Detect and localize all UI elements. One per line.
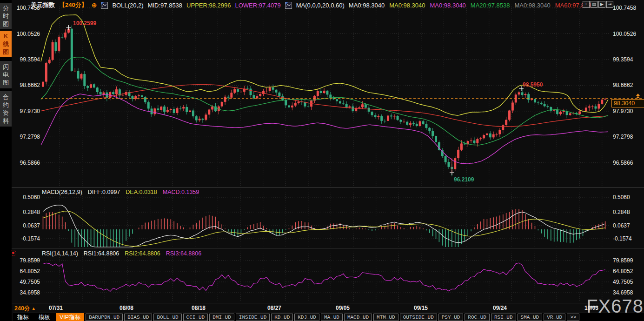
date-tick-4: 08/27: [261, 305, 287, 311]
price-axis-right-3: 99.3594: [613, 56, 633, 63]
price-axis-left-2: 100.0526: [14, 31, 40, 37]
price-axis-right-4: 98.6662: [613, 82, 633, 88]
period-selector-label: 240分: [14, 305, 30, 312]
macd-axis-right-2: 0.2848: [613, 209, 630, 215]
sidebar-tab-char: 电: [3, 71, 9, 79]
ma-settings-icon[interactable]: [285, 2, 292, 9]
rsi-axis-right-3: 49.7505: [613, 279, 633, 285]
high-annotation: 100.2599: [73, 20, 96, 27]
macd-axis-right-4: -0.1574: [613, 235, 632, 242]
rsi-header: RSI(14,14,14) RSI1:64.8806 RSI2:64.8806 …: [42, 250, 201, 257]
price-axis-left-7: 96.5866: [14, 160, 40, 166]
toolbar-button-bias-ud[interactable]: BIAS_UD: [124, 314, 152, 321]
ma-value-2: MA0:98.3040: [389, 2, 425, 9]
date-tick-2: 08/08: [113, 305, 139, 311]
toolbar-button-roc-ud[interactable]: ROC_UD: [465, 314, 490, 321]
toolbar-button-vip-[interactable]: VIP指标: [56, 313, 84, 321]
sidebar-tab-3[interactable]: 闪电图: [0, 61, 12, 88]
window-tool-icon-1[interactable]: +: [583, 1, 590, 8]
toolbar-more-button[interactable]: >>: [567, 314, 579, 321]
sidebar-tab-2[interactable]: K线图: [0, 31, 12, 57]
toolbar-button-outside-ud[interactable]: OUTSIDE_UD: [400, 314, 437, 321]
rsi-title: RSI(14,14,14): [42, 250, 78, 257]
sidebar-tab-char: 图: [3, 48, 9, 56]
macd-axis-right-1: 0.5060: [613, 194, 630, 201]
ma-value-4: MA20:97.8538: [471, 2, 510, 9]
sidebar-tab-4[interactable]: 合约资料: [0, 91, 12, 127]
sidebar-tab-char: 分: [3, 4, 9, 12]
sidebar-tab-char: 合: [3, 93, 9, 101]
ma-value-3: MA0:98.3040: [430, 2, 466, 9]
window-tool-icon-3[interactable]: ▶: [598, 1, 605, 8]
sidebar: 分时图K线图闪电图合约资料: [0, 0, 12, 321]
toolbar-button-psy-ud[interactable]: PSY_UD: [438, 314, 464, 321]
sidebar-tab-char: 线: [3, 40, 9, 48]
date-tick-3: 08/18: [186, 305, 212, 311]
price-axis-right-7: 96.5866: [613, 160, 633, 166]
indicator-header: 美元指数 【240分】 ⊕ BOLL(20,2) MID:97.8538 UPP…: [31, 0, 591, 10]
macd-axis-left-4: -0.1574: [14, 235, 40, 242]
boll-settings-icon[interactable]: [101, 2, 108, 9]
rsi-axis-right-1: 79.8599: [613, 257, 633, 264]
macd-header: MACD(26,12,9) DIFF:0.0997 DEA:0.0318 MAC…: [42, 189, 199, 195]
rsi-axis-left-1: 79.8599: [14, 257, 40, 264]
boll-upper: UPPER:98.2996: [186, 2, 231, 9]
macd-axis-left-2: 0.2848: [14, 209, 40, 215]
toolbar-button--[interactable]: 模板: [34, 314, 54, 321]
toolbar-button-ma-ud[interactable]: MA_UD: [321, 314, 343, 321]
macd-axis-right-3: 0.0637: [613, 222, 630, 229]
toolbar-button-macd-ud[interactable]: MACD_UD: [344, 314, 372, 321]
sidebar-tab-char: 资: [3, 109, 9, 117]
swing-high-annotation: 98.5950: [523, 81, 543, 88]
macd-diff-value: DIFF:0.0997: [88, 189, 120, 195]
ma-name: MA(0,0,0,20,0,60): [296, 2, 345, 9]
boll-name: BOLL(20,2): [112, 2, 143, 9]
price-axis-left-6: 97.2798: [14, 134, 40, 140]
chevron-up-icon: ▲: [32, 306, 36, 311]
macd-title: MACD(26,12,9): [42, 189, 82, 195]
sidebar-tab-char: 图: [3, 20, 9, 28]
rsi1-value: RSI1:64.8806: [84, 250, 119, 257]
window-tool-icon-4[interactable]: ⇥: [606, 1, 613, 8]
boll-mid: MID:97.8538: [148, 2, 182, 9]
price-axis-right-1: 100.7458: [613, 5, 636, 11]
indicator-toolbar: 指标模板VIP指标BARUPDN_UDBIAS_UDBOLL_UDCCI_UDD…: [13, 313, 644, 321]
toolbar-button-dmi-ud[interactable]: DMI_UD: [209, 314, 234, 321]
sidebar-tab-char: 闪: [3, 63, 9, 71]
toolbar-button-inside-ud[interactable]: INSIDE_UD: [236, 314, 270, 321]
date-tick-8: 10/03: [578, 305, 604, 311]
toolbar-button-sma-ud[interactable]: SMA_UD: [518, 314, 543, 321]
toolbar-button--[interactable]: 指标: [13, 314, 33, 321]
price-axis-right-6: 97.2798: [613, 134, 633, 140]
low-annotation: 96.2109: [454, 176, 474, 183]
rsi-axis-left-4: 34.6958: [14, 289, 40, 296]
toolbar-button-barupdn-ud[interactable]: BARUPDN_UD: [86, 314, 123, 321]
window-tool-icon-2[interactable]: ▤: [591, 1, 598, 8]
rsi-axis-left-2: 64.8052: [14, 268, 40, 274]
period-settings-icon[interactable]: ⊕: [92, 1, 97, 9]
app-window: { "sidebar": {"tabs": [ {"label": "分时图",…: [0, 0, 644, 321]
sidebar-tab-1[interactable]: 分时图: [0, 3, 12, 29]
symbol-title: 美元指数: [31, 1, 55, 9]
ma-value-1: MA0:98.3040: [349, 2, 385, 9]
toolbar-button-cci-ud[interactable]: CCI_UD: [183, 314, 208, 321]
date-tick-6: 09/15: [408, 305, 434, 311]
rsi2-value: RSI2:64.8806: [125, 250, 160, 257]
boll-lower: LOWER:97.4079: [235, 2, 280, 9]
toolbar-button-rsi-ud[interactable]: RSI_UD: [491, 314, 516, 321]
toolbar-button-boll-ud[interactable]: BOLL_UD: [153, 314, 181, 321]
window-tools: +▤▶⇥: [583, 1, 613, 8]
toolbar-button-mtm-ud[interactable]: MTM_UD: [373, 314, 398, 321]
sidebar-tab-char: 料: [3, 117, 9, 125]
price-axis-left-4: 98.6662: [14, 82, 40, 88]
price-axis-right-2: 100.0526: [613, 31, 636, 37]
toolbar-button-kd-ud[interactable]: KD_UD: [271, 314, 293, 321]
period-selector[interactable]: 240分 ▲: [14, 305, 36, 313]
toolbar-button-kdj-ud[interactable]: KDJ_UD: [294, 314, 319, 321]
macd-axis-left-1: 0.5060: [14, 194, 40, 201]
date-tick-5: 09/05: [330, 305, 356, 311]
sidebar-tab-char: 时: [3, 12, 9, 20]
chart-canvas[interactable]: [0, 0, 644, 321]
date-tick-7: 09/24: [487, 305, 513, 311]
toolbar-button-vr-ud[interactable]: VR_UD: [544, 314, 565, 321]
